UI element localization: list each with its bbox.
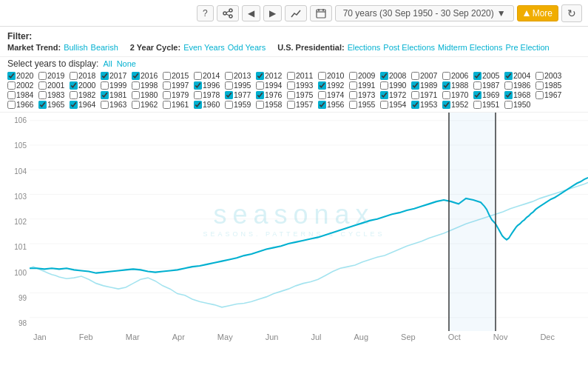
year-checkbox-2009[interactable] — [349, 72, 357, 80]
year-checkbox-1979[interactable] — [163, 91, 171, 99]
year-checkbox-2007[interactable] — [411, 72, 419, 80]
year-checkbox-2012[interactable] — [256, 72, 264, 80]
year-checkbox-1984[interactable] — [7, 91, 16, 99]
year-checkbox-1978[interactable] — [194, 91, 202, 99]
highlighted-region — [449, 113, 496, 331]
year-checkbox-2002[interactable] — [7, 81, 16, 90]
years-header: Select years to display: All None — [7, 59, 581, 69]
range-selector[interactable]: 70 years (30 Sep 1950 - 30 Sep 2020) ▼ — [335, 5, 514, 21]
year-checkbox-1966[interactable] — [7, 101, 16, 109]
bullish-link[interactable]: Bullish — [64, 43, 87, 52]
year-checkbox-1961[interactable] — [163, 101, 171, 109]
year-checkbox-1952[interactable] — [442, 101, 450, 109]
year-checkbox-1996[interactable] — [194, 81, 202, 90]
year-checkbox-1997[interactable] — [163, 81, 171, 90]
year-checkbox-1987[interactable] — [473, 81, 481, 90]
year-checkbox-2017[interactable] — [101, 72, 109, 80]
year-checkbox-1970[interactable] — [442, 91, 450, 99]
year-checkbox-1969[interactable] — [473, 91, 481, 99]
year-checkbox-1953[interactable] — [411, 101, 419, 109]
year-checkbox-1974[interactable] — [318, 91, 326, 99]
year-checkbox-1955[interactable] — [349, 101, 357, 109]
pre-election-link[interactable]: Pre Election — [505, 43, 549, 52]
year-checkbox-1980[interactable] — [132, 91, 140, 99]
year-checkbox-1986[interactable] — [504, 81, 513, 90]
year-checkbox-1964[interactable] — [70, 101, 78, 109]
x-label-Feb: Feb — [79, 333, 93, 346]
year-checkbox-1977[interactable] — [225, 91, 233, 99]
year-checkbox-2003[interactable] — [535, 72, 544, 80]
help-button[interactable]: ? — [197, 5, 214, 21]
year-checkbox-1968[interactable] — [504, 91, 513, 99]
year-checkbox-2020[interactable] — [7, 72, 16, 80]
year-checkbox-1994[interactable] — [256, 81, 264, 90]
year-checkbox-1976[interactable] — [256, 91, 264, 99]
year-checkbox-1972[interactable] — [380, 91, 388, 99]
line-chart-button[interactable] — [285, 5, 307, 21]
year-checkbox-1965[interactable] — [38, 101, 47, 109]
year-checkbox-1992[interactable] — [318, 81, 326, 90]
year-checkbox-1985[interactable] — [535, 81, 544, 90]
year-checkbox-1959[interactable] — [225, 101, 233, 109]
next-button[interactable]: ▶ — [263, 5, 282, 21]
year-checkbox-2014[interactable] — [194, 72, 202, 80]
year-checkbox-1950[interactable] — [504, 101, 513, 109]
year-checkbox-1989[interactable] — [411, 81, 419, 90]
all-years-link[interactable]: All — [103, 59, 112, 68]
year-checkbox-2016[interactable] — [132, 72, 140, 80]
year-checkbox-1963[interactable] — [101, 101, 109, 109]
year-item-2004: 2004 — [504, 71, 534, 80]
year-checkbox-1988[interactable] — [442, 81, 450, 90]
year-checkbox-1954[interactable] — [380, 101, 388, 109]
year-checkbox-2004[interactable] — [504, 72, 513, 80]
year-checkbox-1971[interactable] — [411, 91, 419, 99]
year-item-1958: 1958 — [256, 100, 285, 109]
year-checkbox-2005[interactable] — [473, 72, 481, 80]
year-checkbox-2006[interactable] — [442, 72, 450, 80]
calendar-button[interactable] — [310, 5, 332, 21]
refresh-button[interactable]: ↻ — [561, 4, 582, 22]
none-years-link[interactable]: None — [117, 59, 136, 68]
year-checkbox-1960[interactable] — [194, 101, 202, 109]
year-checkbox-1967[interactable] — [535, 91, 544, 99]
year-checkbox-2010[interactable] — [318, 72, 326, 80]
year-item-1962: 1962 — [132, 100, 161, 109]
more-button[interactable]: More — [517, 5, 558, 21]
year-checkbox-1982[interactable] — [70, 91, 78, 99]
year-checkbox-1991[interactable] — [349, 81, 357, 90]
triangle-icon — [523, 10, 530, 17]
prev-button[interactable]: ◀ — [242, 5, 260, 21]
share-icon — [223, 8, 233, 19]
year-checkbox-1975[interactable] — [287, 91, 295, 99]
year-checkbox-1990[interactable] — [380, 81, 388, 90]
year-checkbox-1999[interactable] — [101, 81, 109, 90]
year-checkbox-2000[interactable] — [70, 81, 78, 90]
year-checkbox-1995[interactable] — [225, 81, 233, 90]
year-checkbox-1983[interactable] — [38, 91, 47, 99]
year-checkbox-1958[interactable] — [256, 101, 264, 109]
midterm-elections-link[interactable]: Midterm Elections — [438, 43, 502, 52]
year-checkbox-2018[interactable] — [70, 72, 78, 80]
year-checkbox-2019[interactable] — [38, 72, 47, 80]
year-item-1979: 1979 — [163, 90, 192, 99]
year-checkbox-2013[interactable] — [225, 72, 233, 80]
year-checkbox-1957[interactable] — [287, 101, 295, 109]
year-checkbox-1973[interactable] — [349, 91, 357, 99]
year-checkbox-1956[interactable] — [318, 101, 326, 109]
year-checkbox-1981[interactable] — [101, 91, 109, 99]
year-checkbox-2001[interactable] — [38, 81, 47, 90]
share-button[interactable] — [217, 5, 239, 21]
year-checkbox-2015[interactable] — [163, 72, 171, 80]
odd-years-link[interactable]: Odd Years — [228, 43, 266, 52]
year-checkbox-1951[interactable] — [473, 101, 481, 109]
year-checkbox-1998[interactable] — [132, 81, 140, 90]
year-checkbox-2008[interactable] — [380, 72, 388, 80]
bearish-link[interactable]: Bearish — [91, 43, 118, 52]
year-label-1980: 1980 — [141, 90, 158, 99]
post-elections-link[interactable]: Post Elections — [383, 43, 435, 52]
elections-link[interactable]: Elections — [348, 43, 381, 52]
year-checkbox-1962[interactable] — [132, 101, 140, 109]
year-checkbox-1993[interactable] — [287, 81, 295, 90]
even-years-link[interactable]: Even Years — [183, 43, 225, 52]
year-checkbox-2011[interactable] — [287, 72, 295, 80]
